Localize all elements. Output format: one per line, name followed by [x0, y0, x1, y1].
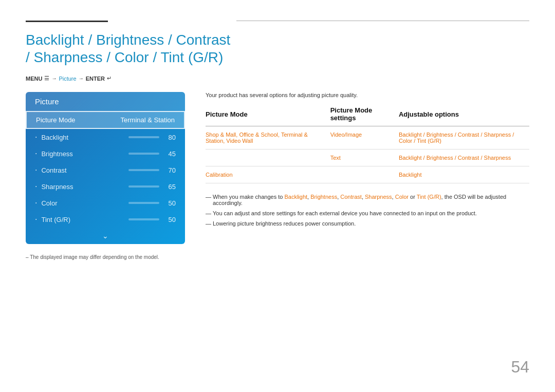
page-number: 54 — [511, 358, 529, 377]
menu-label: MENU — [26, 76, 42, 82]
info-table: Picture Mode Picture Mode settings Adjus… — [206, 106, 529, 183]
row3-options-text: Backlight — [399, 172, 422, 178]
table-row: Text Backlight / Brightness / Contrast /… — [206, 150, 529, 166]
tint-bar-value: 50 — [128, 216, 176, 223]
row1-options-text: Backlight / Brightness / Contrast / Shar… — [399, 132, 514, 144]
enter-icon: ↵ — [107, 75, 112, 82]
contrast-num: 70 — [163, 166, 176, 174]
contrast-label: Contrast — [35, 165, 67, 175]
sharpness-bar — [128, 185, 159, 188]
intro-text: Your product has several options for adj… — [206, 92, 529, 98]
tint-bar — [128, 218, 159, 220]
picture-link: Picture — [59, 76, 76, 82]
row2-settings-text: Text — [330, 155, 341, 161]
contrast-bar — [128, 169, 159, 171]
row3-settings — [330, 166, 399, 183]
enter-label: ENTER — [86, 76, 105, 82]
arrow1: → — [51, 76, 57, 81]
osd-item-sharpness[interactable]: Sharpness 65 — [26, 178, 185, 195]
osd-item-color[interactable]: Color 50 — [26, 195, 185, 211]
sharpness-label: Sharpness — [35, 182, 73, 191]
row1-options: Backlight / Brightness / Contrast / Shar… — [399, 126, 529, 150]
row2-mode — [206, 150, 330, 166]
top-rule-right — [236, 21, 529, 21]
color-bar-value: 50 — [128, 199, 176, 207]
menu-path: MENU ☰ → Picture → ENTER ↵ — [26, 75, 529, 82]
contrast-bar-value: 70 — [128, 166, 176, 174]
row2-options: Backlight / Brightness / Contrast / Shar… — [399, 150, 529, 166]
color-bar — [128, 202, 159, 204]
row1-settings: Video/Image — [330, 126, 399, 150]
tint-label: Tint (G/R) — [35, 215, 70, 224]
row3-options: Backlight — [399, 166, 529, 183]
sharpness-num: 65 — [163, 183, 176, 191]
arrow2: → — [79, 76, 84, 81]
backlight-num: 80 — [163, 134, 176, 141]
notes-section: When you make changes to Backlight, Brig… — [206, 194, 529, 227]
row3-mode-text: Calibration — [206, 172, 233, 178]
osd-chevron: ⌄ — [26, 228, 185, 244]
menu-icon: ☰ — [44, 75, 49, 82]
osd-item-contrast[interactable]: Contrast 70 — [26, 162, 185, 178]
top-rule — [26, 21, 108, 22]
row1-settings-text: Video/Image — [330, 132, 362, 138]
row3-mode: Calibration — [206, 166, 330, 183]
row2-settings: Text — [330, 150, 399, 166]
table-row: Shop & Mall, Office & School, Terminal &… — [206, 126, 529, 150]
note-1: When you make changes to Backlight, Brig… — [206, 194, 529, 206]
brightness-num: 45 — [163, 150, 176, 158]
row1-mode-text: Shop & Mall, Office & School, Terminal &… — [206, 132, 308, 144]
color-label: Color — [35, 198, 58, 208]
bottom-note: The displayed image may differ depending… — [26, 254, 185, 260]
backlight-bar-value: 80 — [128, 134, 176, 141]
brightness-bar-value: 45 — [128, 150, 176, 158]
col-header-options: Adjustable options — [399, 106, 529, 126]
brightness-bar — [128, 153, 159, 155]
page-title: Backlight / Brightness / Contrast / Shar… — [26, 31, 529, 66]
note-2: You can adjust and store settings for ea… — [206, 210, 529, 216]
left-column: Picture Picture Mode Terminal & Station … — [26, 92, 185, 260]
backlight-label: Backlight — [35, 133, 68, 142]
osd-mode-label: Picture Mode — [36, 116, 76, 124]
osd-selected-row[interactable]: Picture Mode Terminal & Station — [26, 111, 185, 129]
brightness-label: Brightness — [35, 149, 73, 158]
row1-mode: Shop & Mall, Office & School, Terminal &… — [206, 126, 330, 150]
content-row: Picture Picture Mode Terminal & Station … — [26, 92, 529, 260]
osd-panel: Picture Picture Mode Terminal & Station … — [26, 92, 185, 244]
table-row: Calibration Backlight — [206, 166, 529, 183]
osd-item-backlight[interactable]: Backlight 80 — [26, 129, 185, 145]
tint-num: 50 — [163, 216, 176, 223]
note-3: Lowering picture brightness reduces powe… — [206, 220, 529, 227]
page-container: Backlight / Brightness / Contrast / Shar… — [0, 0, 555, 392]
osd-item-tint[interactable]: Tint (G/R) 50 — [26, 211, 185, 228]
right-column: Your product has several options for adj… — [206, 92, 529, 231]
osd-header: Picture — [26, 92, 185, 111]
osd-item-brightness[interactable]: Brightness 45 — [26, 145, 185, 162]
color-num: 50 — [163, 199, 176, 207]
col-header-mode: Picture Mode — [206, 106, 330, 126]
table-header-row: Picture Mode Picture Mode settings Adjus… — [206, 106, 529, 126]
osd-mode-value: Terminal & Station — [121, 116, 175, 124]
row2-options-text: Backlight / Brightness / Contrast / Shar… — [399, 155, 511, 161]
sharpness-bar-value: 65 — [128, 183, 176, 191]
col-header-settings: Picture Mode settings — [330, 106, 399, 126]
backlight-bar — [128, 136, 159, 138]
